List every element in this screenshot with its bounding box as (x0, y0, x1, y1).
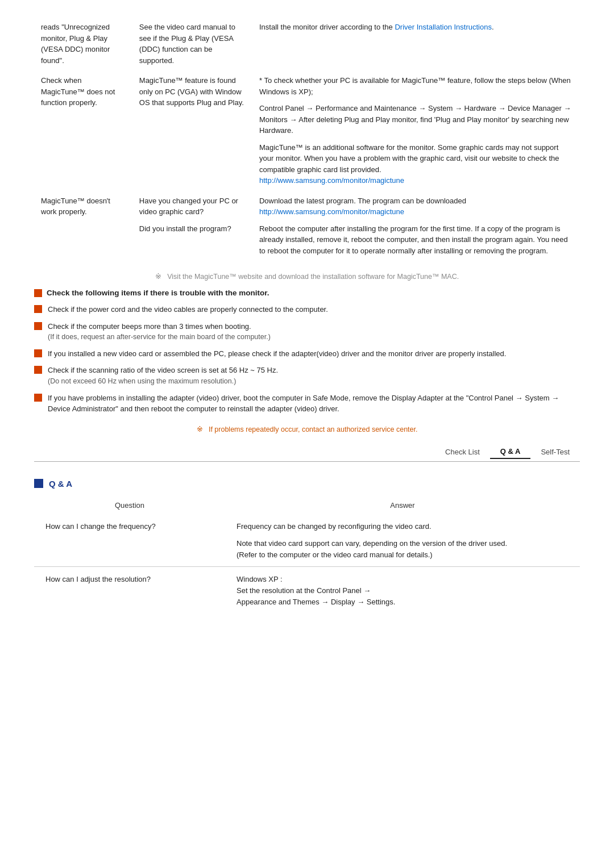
nav-tabs: Check List Q & A Self-Test (34, 445, 580, 462)
list-item: Check if the power cord and the video ca… (34, 304, 580, 315)
list-item-text: If you have problems in installing the a… (48, 393, 580, 415)
qa-bullet-icon (34, 479, 43, 488)
qa-answer: Frequency can be changed by reconfigurin… (225, 515, 580, 567)
tab-check-list[interactable]: Check List (435, 445, 490, 459)
solution-cell: Download the latest program. The program… (252, 191, 580, 261)
qa-row: How can I adjust the resolution? Windows… (34, 566, 580, 614)
warning-note: ※ If problems repeatedly occur, contact … (34, 425, 580, 433)
asterisk-icon: ※ (155, 273, 161, 281)
qa-question: How can I adjust the resolution? (34, 566, 225, 614)
qa-table: Question Answer How can I change the fre… (34, 501, 580, 614)
list-item-subtext: (If it does, request an after-service fo… (48, 332, 580, 343)
check-section-header: Check the following items if there is tr… (34, 289, 580, 297)
tab-self-test[interactable]: Self-Test (530, 445, 580, 459)
checklist: Check if the power cord and the video ca… (34, 304, 580, 415)
bullet-icon (34, 366, 42, 374)
solution-cell: Install the monitor driver according to … (252, 17, 580, 70)
list-item-text: If you installed a new video card or ass… (48, 348, 580, 360)
qa-question: How can I change the frequency? (34, 515, 225, 567)
magictune-note: ※ Visit the MagicTune™ website and downl… (34, 272, 580, 281)
samsung-download-link[interactable]: http://www.samsung.com/monitor/magictune (259, 207, 404, 216)
check-section-title: Check the following items if there is tr… (47, 289, 269, 297)
driver-instructions-link[interactable]: Driver Installation Instructions (395, 23, 492, 31)
qa-table-header-row: Question Answer (34, 501, 580, 515)
list-item: Check if the scanning ratio of the video… (34, 365, 580, 386)
qa-section-header: Q & A (34, 479, 580, 489)
table-row: reads "Unrecognized monitor, Plug & Play… (34, 17, 580, 70)
qa-row: How can I change the frequency? Frequenc… (34, 515, 580, 567)
bullet-icon (34, 322, 42, 330)
bullet-icon (34, 305, 42, 313)
table-row: Check when MagicTune™ does not function … (34, 70, 580, 191)
solution-cell: * To check whether your PC is available … (252, 70, 580, 191)
bullet-icon (34, 394, 42, 402)
qa-section-title: Q & A (49, 479, 72, 489)
section-bullet-icon (34, 289, 42, 297)
list-item-text: Check if the computer beeps more than 3 … (48, 321, 580, 343)
qa-answer: Windows XP : Set the resolution at the C… (225, 566, 580, 614)
trouble-table: reads "Unrecognized monitor, Plug & Play… (34, 17, 580, 261)
table-row: MagicTune™ doesn't work properly. Have y… (34, 191, 580, 261)
cause-cell: See the video card manual to see if the … (132, 17, 252, 70)
list-item: Check if the computer beeps more than 3 … (34, 321, 580, 343)
cause-cell: MagicTune™ feature is found only on PC (… (132, 70, 252, 191)
col-question: Question (34, 501, 225, 515)
tab-qa[interactable]: Q & A (490, 445, 531, 459)
problem-cell: reads "Unrecognized monitor, Plug & Play… (34, 17, 132, 70)
samsung-magictune-link[interactable]: http://www.samsung.com/monitor/magictune (259, 176, 404, 185)
problem-cell: Check when MagicTune™ does not function … (34, 70, 132, 191)
bullet-icon (34, 349, 42, 357)
list-item-text: Check if the power cord and the video ca… (48, 304, 580, 315)
list-item-text: Check if the scanning ratio of the video… (48, 365, 580, 386)
cause-cell: Have you changed your PC or video graphi… (132, 191, 252, 261)
list-item: If you installed a new video card or ass… (34, 348, 580, 360)
problem-cell: MagicTune™ doesn't work properly. (34, 191, 132, 261)
list-item-subtext: (Do not exceed 60 Hz when using the maxi… (48, 376, 580, 387)
col-answer: Answer (225, 501, 580, 515)
list-item: If you have problems in installing the a… (34, 393, 580, 415)
